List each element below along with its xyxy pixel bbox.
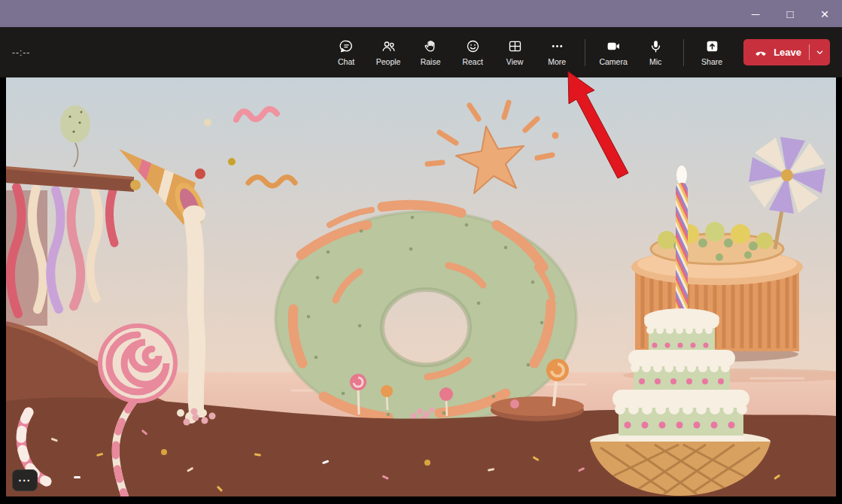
close-button[interactable]: × (807, 0, 842, 27)
share-label: Share (701, 57, 722, 66)
react-label: React (462, 57, 482, 66)
mic-button[interactable]: Mic (636, 32, 675, 74)
toolbar-divider (585, 39, 585, 66)
view-label: View (506, 57, 524, 66)
view-button[interactable]: View (495, 32, 534, 74)
close-icon: × (820, 7, 828, 21)
chevron-down-icon (814, 47, 825, 58)
meeting-stage-scene (6, 77, 836, 496)
raise-hand-icon (423, 38, 439, 54)
hangup-icon (753, 45, 768, 60)
raise-hand-label: Raise (421, 57, 441, 66)
leave-button-group: Leave (743, 39, 830, 65)
mic-icon (648, 38, 664, 54)
chat-icon (339, 38, 354, 54)
minimize-button[interactable]: ─ (738, 0, 773, 27)
leave-button[interactable]: Leave (743, 45, 809, 60)
ellipsis-icon: ··· (19, 475, 32, 486)
camera-label: Camera (599, 57, 627, 66)
camera-button[interactable]: Camera (594, 32, 633, 74)
meeting-timer: --:-- (12, 47, 65, 58)
more-icon (549, 38, 565, 54)
candle (676, 165, 688, 318)
people-label: People (376, 57, 401, 66)
maximize-button[interactable]: □ (773, 0, 807, 27)
mic-label: Mic (649, 57, 661, 66)
camera-icon (606, 38, 622, 54)
minimize-icon: ─ (752, 8, 760, 20)
chat-label: Chat (338, 57, 354, 66)
react-icon (465, 38, 481, 54)
share-icon (704, 38, 720, 54)
chat-button[interactable]: Chat (327, 32, 366, 74)
leave-label: Leave (774, 47, 801, 58)
leave-options-button[interactable] (810, 39, 830, 65)
teams-meeting-window: ─ □ × --:-- Chat People (0, 0, 842, 504)
stage-more-options-button[interactable]: ··· (12, 469, 38, 491)
react-button[interactable]: React (453, 32, 492, 74)
title-bar: ─ □ × (0, 0, 842, 27)
people-button[interactable]: People (369, 32, 408, 74)
share-button[interactable]: Share (692, 32, 731, 74)
view-icon (507, 38, 523, 54)
meeting-stage: ··· (6, 77, 836, 496)
toolbar-divider (683, 39, 684, 66)
raise-hand-button[interactable]: Raise (411, 32, 450, 74)
more-button[interactable]: More (537, 32, 576, 74)
meeting-toolbar: --:-- Chat People (0, 27, 842, 77)
more-label: More (548, 57, 566, 66)
people-icon (381, 38, 397, 54)
maximize-icon: □ (786, 8, 793, 20)
